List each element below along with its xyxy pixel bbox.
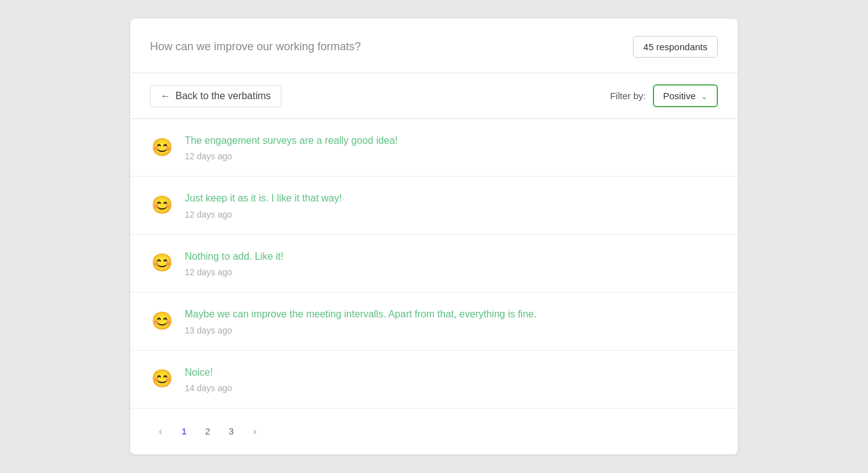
feedback-item: 😊 The engagement surveys are a really go… bbox=[130, 119, 738, 177]
pagination-page-2[interactable]: 2 bbox=[197, 421, 218, 442]
respondants-badge: 45 respondants bbox=[633, 36, 718, 58]
feedback-text: Just keep it as it is. I like it that wa… bbox=[185, 192, 342, 205]
feedback-content: Nothing to add. Like it! 12 days ago bbox=[185, 250, 283, 277]
feedback-item: 😊 Just keep it as it is. I like it that … bbox=[130, 177, 738, 234]
sentiment-emoji: 😊 bbox=[150, 309, 174, 332]
pagination-page-3[interactable]: 3 bbox=[221, 421, 242, 442]
pagination: ‹123› bbox=[130, 408, 738, 454]
sentiment-emoji: 😊 bbox=[150, 367, 174, 391]
feedback-text: Nothing to add. Like it! bbox=[185, 250, 283, 263]
back-button[interactable]: ← Back to the verbatims bbox=[150, 85, 281, 107]
filter-value: Positive bbox=[663, 91, 696, 101]
back-button-label: Back to the verbatims bbox=[175, 91, 271, 102]
feedback-list: 😊 The engagement surveys are a really go… bbox=[130, 119, 738, 408]
feedback-content: Noice! 14 days ago bbox=[185, 366, 232, 393]
chevron-down-icon: ⌄ bbox=[701, 91, 708, 101]
feedback-item: 😊 Noice! 14 days ago bbox=[130, 351, 738, 408]
question-title: How can we improve our working formats? bbox=[150, 40, 361, 53]
feedback-item: 😊 Nothing to add. Like it! 12 days ago bbox=[130, 235, 738, 293]
filter-area: Filter by: Positive ⌄ bbox=[610, 84, 718, 107]
feedback-time: 13 days ago bbox=[185, 325, 536, 335]
main-card: How can we improve our working formats? … bbox=[130, 19, 738, 454]
filter-dropdown[interactable]: Positive ⌄ bbox=[653, 84, 718, 107]
pagination-page-1[interactable]: 1 bbox=[174, 421, 195, 442]
sentiment-emoji: 😊 bbox=[150, 251, 174, 275]
feedback-time: 12 days ago bbox=[185, 267, 283, 277]
feedback-content: Maybe we can improve the meeting interva… bbox=[185, 307, 536, 335]
feedback-time: 12 days ago bbox=[185, 210, 342, 219]
sentiment-emoji: 😊 bbox=[150, 193, 174, 216]
feedback-time: 12 days ago bbox=[185, 151, 397, 161]
filter-label: Filter by: bbox=[610, 91, 646, 101]
feedback-text: The engagement surveys are a really good… bbox=[185, 134, 397, 148]
sentiment-emoji: 😊 bbox=[150, 135, 174, 159]
pagination-next[interactable]: › bbox=[244, 421, 265, 442]
feedback-content: The engagement surveys are a really good… bbox=[185, 134, 397, 161]
feedback-content: Just keep it as it is. I like it that wa… bbox=[185, 192, 342, 219]
feedback-time: 14 days ago bbox=[185, 383, 232, 393]
card-header: How can we improve our working formats? … bbox=[130, 19, 738, 73]
back-arrow-icon: ← bbox=[161, 91, 170, 102]
feedback-text: Maybe we can improve the meeting interva… bbox=[185, 307, 536, 321]
feedback-text: Noice! bbox=[185, 366, 232, 379]
pagination-prev[interactable]: ‹ bbox=[150, 421, 171, 442]
toolbar: ← Back to the verbatims Filter by: Posit… bbox=[130, 73, 738, 119]
feedback-item: 😊 Maybe we can improve the meeting inter… bbox=[130, 293, 738, 350]
